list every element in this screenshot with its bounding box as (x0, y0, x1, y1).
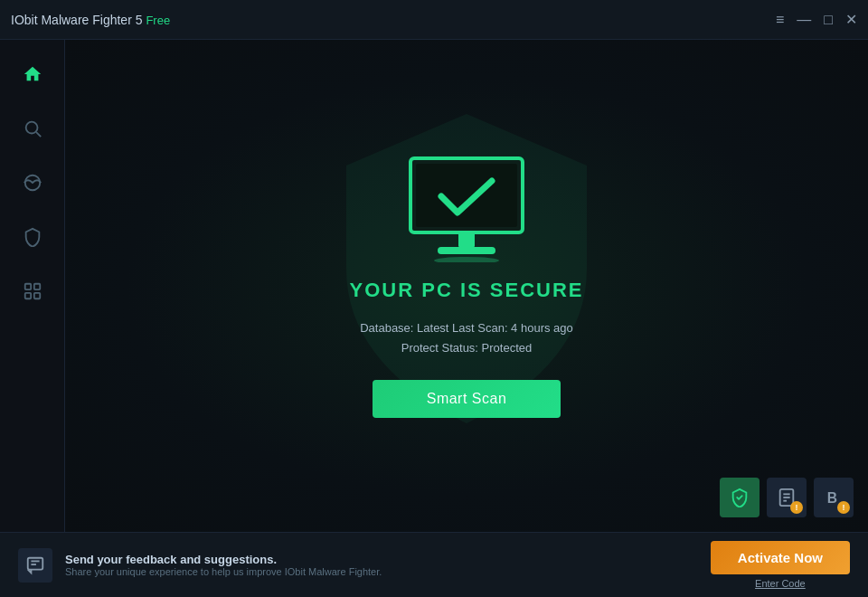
app-name-text: IObit Malware Fighter 5 (11, 13, 143, 27)
free-badge: Free (146, 14, 170, 27)
sidebar (0, 40, 65, 532)
svg-point-12 (434, 257, 499, 262)
minimize-button[interactable]: — (797, 13, 811, 27)
report-badge: ! (790, 501, 803, 514)
status-details: Database: Latest Last Scan: 4 hours ago … (360, 318, 573, 358)
sidebar-item-shield[interactable] (16, 221, 49, 253)
menu-button[interactable]: ≡ (776, 13, 784, 27)
svg-rect-9 (416, 164, 517, 227)
svg-point-0 (25, 122, 37, 134)
close-button[interactable]: ✕ (845, 13, 857, 27)
status-title: YOUR PC IS SECURE (350, 279, 584, 302)
report-icon-button[interactable]: ! (767, 478, 807, 517)
feedback-subtitle: Share your unique experience to help us … (65, 566, 382, 577)
app-body: YOUR PC IS SECURE Database: Latest Last … (0, 40, 868, 532)
svg-rect-4 (33, 284, 39, 289)
smart-scan-button[interactable]: Smart Scan (373, 380, 561, 418)
detail-line-2: Protect Status: Protected (360, 338, 573, 358)
feedback-icon (18, 548, 52, 583)
boost-icon-button[interactable]: B ! (814, 478, 854, 517)
bottom-icons: ! B ! (720, 478, 854, 517)
activate-now-button[interactable]: Activate Now (711, 541, 850, 574)
footer-left: Send your feedback and suggestions. Shar… (18, 548, 382, 583)
enter-code-link[interactable]: Enter Code (755, 578, 806, 589)
status-area: YOUR PC IS SECURE Database: Latest Last … (350, 154, 584, 418)
footer-right: Activate Now Enter Code (711, 541, 850, 589)
footer: Send your feedback and suggestions. Shar… (0, 532, 868, 597)
sidebar-item-protection[interactable] (16, 166, 49, 199)
maximize-button[interactable]: □ (824, 13, 833, 27)
svg-rect-3 (24, 284, 30, 289)
main-content: YOUR PC IS SECURE Database: Latest Last … (65, 40, 868, 532)
title-bar-controls: ≡ — □ ✕ (776, 13, 857, 27)
title-bar-left: IObit Malware Fighter 5 Free (11, 13, 170, 27)
svg-rect-10 (458, 232, 475, 247)
title-bar: IObit Malware Fighter 5 Free ≡ — □ ✕ (0, 0, 868, 40)
app-title: IObit Malware Fighter 5 Free (11, 13, 170, 27)
svg-rect-11 (438, 247, 495, 254)
sidebar-item-scan[interactable] (16, 112, 49, 145)
boost-badge: ! (837, 501, 850, 514)
svg-rect-18 (28, 557, 43, 569)
sidebar-item-home[interactable] (16, 58, 49, 90)
svg-rect-5 (24, 293, 30, 298)
detail-line-1: Database: Latest Last Scan: 4 hours ago (360, 318, 573, 338)
protection-icon-button[interactable] (720, 478, 760, 517)
sidebar-item-tools[interactable] (16, 275, 49, 308)
feedback-text: Send your feedback and suggestions. Shar… (65, 553, 382, 577)
svg-rect-6 (33, 293, 39, 298)
monitor-icon (403, 154, 530, 262)
svg-text:B: B (827, 490, 837, 506)
feedback-title: Send your feedback and suggestions. (65, 553, 382, 566)
svg-line-1 (36, 132, 41, 137)
